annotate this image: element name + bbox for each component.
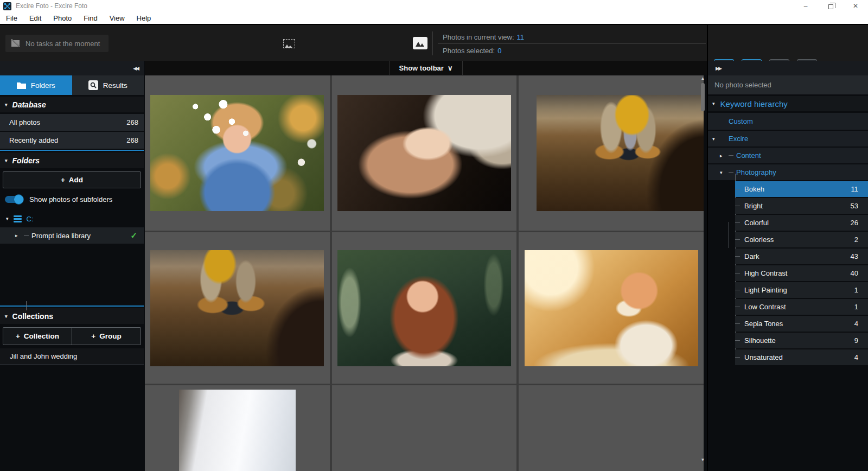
add-group-button[interactable]: + Group xyxy=(72,328,141,345)
collection-item-label: Jill and John wedding xyxy=(10,352,77,360)
drive-label: C: xyxy=(27,215,34,223)
tab-folders[interactable]: Folders xyxy=(0,75,72,95)
keyword-row-dark[interactable]: Dark 43 xyxy=(735,249,868,264)
keyword-count: 4 xyxy=(854,353,868,361)
no-photo-selected-bar: No photo selected xyxy=(708,75,868,94)
grid-cell xyxy=(145,75,330,231)
photo-thumbnail-boots-trail[interactable] xyxy=(150,250,324,366)
show-toolbar-button[interactable]: Show toolbar ∨ xyxy=(389,61,463,75)
photos-selected-value: 0 xyxy=(497,47,501,55)
grid-cell xyxy=(519,232,704,384)
keyword-row-bright[interactable]: Bright 53 xyxy=(735,198,868,214)
chevron-down-icon: ∨ xyxy=(448,64,453,72)
menu-photo[interactable]: Photo xyxy=(47,12,78,24)
collections-section-header[interactable]: ▾ Collections xyxy=(0,308,144,324)
content-label: Content xyxy=(736,151,761,160)
grid-cell xyxy=(332,385,517,471)
collection-item[interactable]: Jill and John wedding xyxy=(0,348,144,365)
subfolders-toggle-label: Show photos of subfolders xyxy=(29,195,112,203)
expand-panel-icon[interactable]: ▶▶ xyxy=(716,66,721,71)
keyword-row-light-painting[interactable]: Light Painting 1 xyxy=(735,282,868,298)
sidebar-item-all-photos[interactable]: All photos 268 xyxy=(0,114,144,131)
results-magnifier-icon xyxy=(88,80,98,90)
triangle-down-icon: ▾ xyxy=(6,216,9,221)
keyword-label: Unsaturated xyxy=(744,353,783,361)
thumbnail-size-large-button[interactable] xyxy=(413,37,427,49)
tab-folders-label: Folders xyxy=(31,81,55,90)
sidebar-empty-space xyxy=(0,244,144,304)
no-photo-selected-label: No photo selected xyxy=(714,81,771,89)
minimize-button[interactable]: – xyxy=(793,0,818,12)
triangle-down-icon: ▾ xyxy=(712,136,715,142)
recently-added-label: Recently added xyxy=(9,136,58,144)
check-icon: ✓ xyxy=(130,231,137,240)
subfolders-toggle[interactable] xyxy=(5,196,23,203)
task-status-chip: No tasks at the moment xyxy=(5,35,108,52)
scroll-down-icon[interactable]: ▼ xyxy=(699,457,706,462)
keyword-row-colorless[interactable]: Colorless 2 xyxy=(735,232,868,247)
photo-grid xyxy=(145,75,704,471)
tab-results[interactable]: Results xyxy=(72,75,144,95)
photo-thumbnail-baby-golden-field[interactable] xyxy=(525,250,698,366)
left-sidebar: Folders Results ▾ Database All photos 26… xyxy=(0,75,144,471)
tree-dash xyxy=(24,235,29,236)
keyword-row-bokeh[interactable]: Bokeh 11 xyxy=(735,181,868,197)
scroll-up-icon[interactable]: ▲ xyxy=(699,76,706,81)
photo-thumbnail-smiling-woman[interactable] xyxy=(337,250,511,366)
photos-selected-row: Photos selected: 0 xyxy=(438,44,706,56)
all-photos-label: All photos xyxy=(9,118,40,126)
keyword-hierarchy-header[interactable]: ▾ Keyword hierarchy xyxy=(708,96,868,111)
add-folder-button[interactable]: + Add xyxy=(3,171,141,188)
sidebar-item-recently-added[interactable]: Recently added 268 xyxy=(0,132,144,149)
collapse-sidebar-icon[interactable]: ◀◀ xyxy=(133,66,138,71)
scrollbar-thumb[interactable] xyxy=(701,83,705,111)
triangle-down-icon: ▾ xyxy=(5,102,8,107)
restore-button[interactable] xyxy=(818,0,843,12)
folders-section-header[interactable]: ▾ Folders xyxy=(0,152,144,168)
keyword-node-custom[interactable]: Custom xyxy=(708,113,868,130)
triangle-down-icon: ▾ xyxy=(5,158,8,163)
excire-label: Excire xyxy=(729,135,748,143)
keyword-row-colorful[interactable]: Colorful 26 xyxy=(735,215,868,231)
toggle-knob xyxy=(14,194,24,205)
no-tasks-icon xyxy=(11,39,21,48)
add-collection-button[interactable]: + Collection xyxy=(3,328,72,345)
section-divider xyxy=(0,305,144,307)
keyword-count: 53 xyxy=(851,202,868,210)
tab-results-label: Results xyxy=(103,81,127,90)
menu-edit[interactable]: Edit xyxy=(23,12,47,24)
collections-section-label: Collections xyxy=(12,312,53,321)
triangle-right-icon: ▸ xyxy=(15,233,18,238)
menu-view[interactable]: View xyxy=(104,12,131,24)
right-panel: No photo selected ▾ Keyword hierarchy Cu… xyxy=(708,75,868,471)
grid-cell xyxy=(332,232,517,384)
keyword-row-high-contrast[interactable]: High Contrast 40 xyxy=(735,265,868,281)
keyword-label: Sepia Tones xyxy=(744,320,783,328)
photo-thumbnail-partial[interactable] xyxy=(179,390,296,471)
keyword-row-low-contrast[interactable]: Low Contrast 1 xyxy=(735,299,868,315)
keyword-count: 1 xyxy=(854,303,868,311)
drive-tree-item[interactable]: ▾ C: xyxy=(0,211,144,226)
database-section-header[interactable]: ▾ Database xyxy=(0,97,144,112)
photo-thumbnail-baby-foot[interactable] xyxy=(337,95,511,211)
keyword-label: Dark xyxy=(744,252,759,260)
close-button[interactable]: ✕ xyxy=(843,0,868,12)
menu-help[interactable]: Help xyxy=(131,12,157,24)
grid-scrollbar[interactable]: ▲ ▼ xyxy=(699,76,706,462)
menu-find[interactable]: Find xyxy=(78,12,103,24)
grid-row xyxy=(145,75,704,231)
keyword-row-sepia-tones[interactable]: Sepia Tones 4 xyxy=(735,316,868,332)
keyword-node-excire[interactable]: ▾ Excire xyxy=(708,131,868,147)
keyword-node-photography[interactable]: ▾ Photography xyxy=(708,164,868,180)
keyword-node-content[interactable]: ▸ Content xyxy=(708,148,868,163)
keyword-row-silhouette[interactable]: Silhouette 9 xyxy=(735,333,868,348)
grid-row xyxy=(145,232,704,384)
tree-dash xyxy=(729,155,733,156)
menu-file[interactable]: File xyxy=(0,12,23,24)
grid-cell xyxy=(519,75,704,231)
photo-thumbnail-boots-path[interactable] xyxy=(537,95,704,211)
menu-bar: File Edit Photo Find View Help xyxy=(0,12,868,24)
folder-tree-item[interactable]: ▸ Prompt idea library ✓ xyxy=(0,227,144,244)
keyword-row-unsaturated[interactable]: Unsaturated 4 xyxy=(735,349,868,365)
photo-thumbnail-toddler-bokeh[interactable] xyxy=(150,95,324,211)
